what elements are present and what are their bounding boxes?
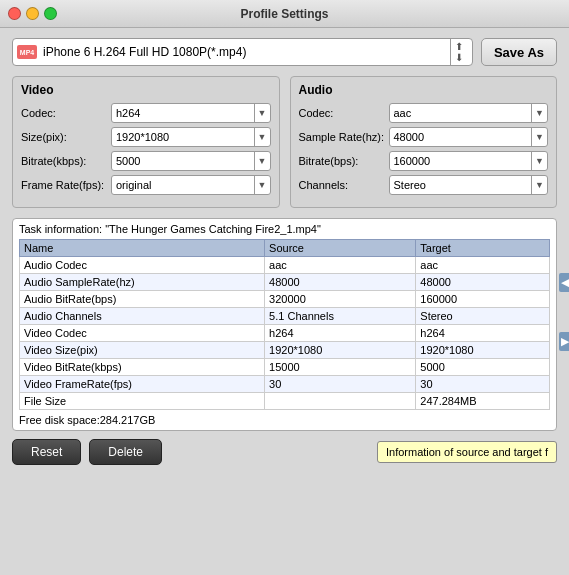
col-name: Name bbox=[20, 240, 265, 257]
video-size-row: Size(pix): 1920*1080 ▼ bbox=[21, 127, 271, 147]
video-size-label: Size(pix): bbox=[21, 131, 111, 143]
table-row: Video FrameRate(fps)3030 bbox=[20, 376, 550, 393]
audio-samplerate-arrow-icon: ▼ bbox=[531, 128, 547, 146]
video-panel: Video Codec: h264 ▼ Size(pix): 1920*1080… bbox=[12, 76, 280, 208]
cell-name: Video FrameRate(fps) bbox=[20, 376, 265, 393]
audio-panel-title: Audio bbox=[299, 83, 549, 97]
maximize-button[interactable] bbox=[44, 7, 57, 20]
title-bar: Profile Settings bbox=[0, 0, 569, 28]
table-row: Audio Channels5.1 ChannelsStereo bbox=[20, 308, 550, 325]
video-codec-row: Codec: h264 ▼ bbox=[21, 103, 271, 123]
arrow-down-double[interactable]: ▶▶ bbox=[559, 332, 569, 351]
video-codec-arrow-icon: ▼ bbox=[254, 104, 270, 122]
table-row: Video Codech264h264 bbox=[20, 325, 550, 342]
minimize-button[interactable] bbox=[26, 7, 39, 20]
bottom-buttons: Reset Delete bbox=[12, 439, 162, 465]
audio-panel: Audio Codec: aac ▼ Sample Rate(hz): 4800… bbox=[290, 76, 558, 208]
video-codec-label: Codec: bbox=[21, 107, 111, 119]
cell-name: Video Codec bbox=[20, 325, 265, 342]
video-bitrate-arrow-icon: ▼ bbox=[254, 152, 270, 170]
video-framerate-row: Frame Rate(fps): original ▼ bbox=[21, 175, 271, 195]
cell-name: Audio SampleRate(hz) bbox=[20, 274, 265, 291]
col-source: Source bbox=[265, 240, 416, 257]
video-bitrate-row: Bitrate(kbps): 5000 ▼ bbox=[21, 151, 271, 171]
video-size-value: 1920*1080 bbox=[112, 131, 254, 143]
audio-channels-label: Channels: bbox=[299, 179, 389, 191]
cell-target: 1920*1080 bbox=[416, 342, 550, 359]
info-tooltip: Information of source and target f bbox=[377, 441, 557, 463]
cell-name: Audio Channels bbox=[20, 308, 265, 325]
audio-codec-arrow-icon: ▼ bbox=[531, 104, 547, 122]
cell-target: 30 bbox=[416, 376, 550, 393]
audio-samplerate-label: Sample Rate(hz): bbox=[299, 131, 389, 143]
cell-source: 15000 bbox=[265, 359, 416, 376]
window-title: Profile Settings bbox=[240, 7, 328, 21]
audio-bitrate-arrow-icon: ▼ bbox=[531, 152, 547, 170]
profile-icon: MP4 bbox=[17, 45, 37, 59]
settings-row: Video Codec: h264 ▼ Size(pix): 1920*1080… bbox=[12, 76, 557, 208]
content-area: MP4 iPhone 6 H.264 Full HD 1080P(*.mp4) … bbox=[12, 38, 557, 465]
video-codec-select[interactable]: h264 ▼ bbox=[111, 103, 271, 123]
cell-target: aac bbox=[416, 257, 550, 274]
audio-channels-arrow-icon: ▼ bbox=[531, 176, 547, 194]
cell-target: h264 bbox=[416, 325, 550, 342]
table-row: Video Size(pix)1920*10801920*1080 bbox=[20, 342, 550, 359]
window-controls bbox=[8, 7, 57, 20]
audio-bitrate-select[interactable]: 160000 ▼ bbox=[389, 151, 549, 171]
cell-source: 1920*1080 bbox=[265, 342, 416, 359]
close-button[interactable] bbox=[8, 7, 21, 20]
video-bitrate-value: 5000 bbox=[112, 155, 254, 167]
main-content: MP4 iPhone 6 H.264 Full HD 1080P(*.mp4) … bbox=[0, 28, 569, 575]
arrow-pair-up: ◀◀ bbox=[559, 273, 569, 292]
cell-source: 320000 bbox=[265, 291, 416, 308]
audio-samplerate-row: Sample Rate(hz): 48000 ▼ bbox=[299, 127, 549, 147]
audio-channels-value: Stereo bbox=[390, 179, 532, 191]
video-bitrate-label: Bitrate(kbps): bbox=[21, 155, 111, 167]
arrows-column: ◀◀ ▶▶ bbox=[557, 38, 569, 575]
profile-dropdown[interactable]: MP4 iPhone 6 H.264 Full HD 1080P(*.mp4) … bbox=[12, 38, 473, 66]
cell-name: Audio Codec bbox=[20, 257, 265, 274]
cell-name: File Size bbox=[20, 393, 265, 410]
reset-button[interactable]: Reset bbox=[12, 439, 81, 465]
col-target: Target bbox=[416, 240, 550, 257]
outer-wrap: MP4 iPhone 6 H.264 Full HD 1080P(*.mp4) … bbox=[12, 38, 569, 575]
table-row: File Size247.284MB bbox=[20, 393, 550, 410]
video-framerate-select[interactable]: original ▼ bbox=[111, 175, 271, 195]
video-framerate-arrow-icon: ▼ bbox=[254, 176, 270, 194]
task-title: Task information: "The Hunger Games Catc… bbox=[19, 223, 550, 235]
audio-samplerate-value: 48000 bbox=[390, 131, 532, 143]
video-panel-title: Video bbox=[21, 83, 271, 97]
audio-bitrate-label: Bitrate(bps): bbox=[299, 155, 389, 167]
audio-channels-row: Channels: Stereo ▼ bbox=[299, 175, 549, 195]
cell-target: 160000 bbox=[416, 291, 550, 308]
table-row: Video BitRate(kbps)150005000 bbox=[20, 359, 550, 376]
audio-samplerate-select[interactable]: 48000 ▼ bbox=[389, 127, 549, 147]
cell-source: aac bbox=[265, 257, 416, 274]
video-size-arrow-icon: ▼ bbox=[254, 128, 270, 146]
info-table: Name Source Target Audio CodecaacaacAudi… bbox=[19, 239, 550, 410]
cell-name: Audio BitRate(bps) bbox=[20, 291, 265, 308]
video-bitrate-select[interactable]: 5000 ▼ bbox=[111, 151, 271, 171]
arrow-up-double[interactable]: ◀◀ bbox=[559, 273, 569, 292]
delete-button[interactable]: Delete bbox=[89, 439, 162, 465]
video-size-select[interactable]: 1920*1080 ▼ bbox=[111, 127, 271, 147]
save-as-button[interactable]: Save As bbox=[481, 38, 557, 66]
profile-arrow-icon: ⬆⬇ bbox=[450, 39, 468, 65]
video-framerate-value: original bbox=[112, 179, 254, 191]
cell-target: 247.284MB bbox=[416, 393, 550, 410]
cell-source: 5.1 Channels bbox=[265, 308, 416, 325]
cell-source: 30 bbox=[265, 376, 416, 393]
cell-name: Video BitRate(kbps) bbox=[20, 359, 265, 376]
cell-target: Stereo bbox=[416, 308, 550, 325]
bottom-row: Reset Delete Information of source and t… bbox=[12, 439, 557, 465]
cell-target: 48000 bbox=[416, 274, 550, 291]
table-row: Audio BitRate(bps)320000160000 bbox=[20, 291, 550, 308]
cell-target: 5000 bbox=[416, 359, 550, 376]
audio-codec-value: aac bbox=[390, 107, 532, 119]
audio-bitrate-value: 160000 bbox=[390, 155, 532, 167]
cell-source: 48000 bbox=[265, 274, 416, 291]
audio-channels-select[interactable]: Stereo ▼ bbox=[389, 175, 549, 195]
audio-codec-select[interactable]: aac ▼ bbox=[389, 103, 549, 123]
arrow-pair-down: ▶▶ bbox=[559, 332, 569, 351]
table-row: Audio Codecaacaac bbox=[20, 257, 550, 274]
